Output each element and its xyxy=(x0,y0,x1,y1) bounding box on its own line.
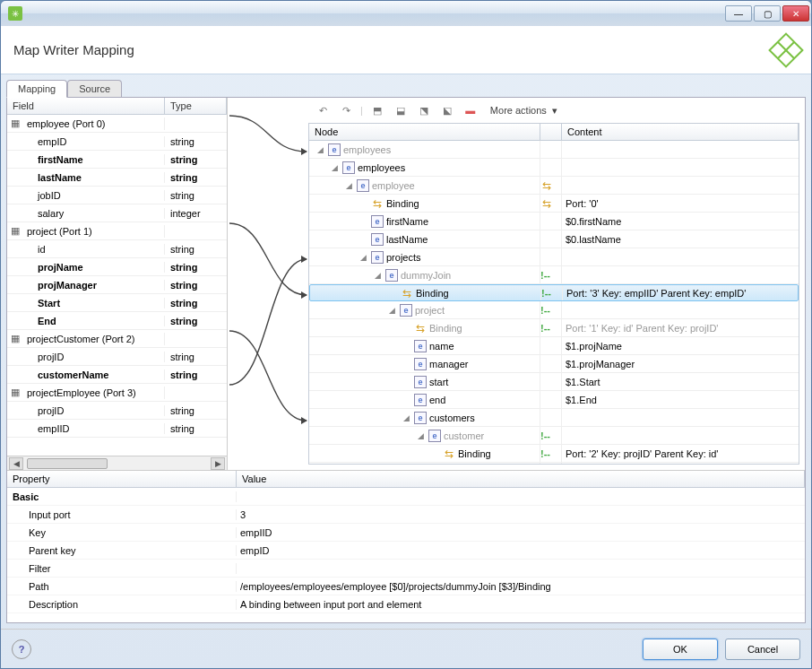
port-row[interactable]: ▦projectCustomer (Port 2) xyxy=(7,330,227,348)
prop-row[interactable]: KeyempIID xyxy=(7,524,805,542)
field-row[interactable]: projNamestring xyxy=(7,258,227,276)
field-row[interactable]: Startstring xyxy=(7,294,227,312)
undo-icon[interactable]: ↶ xyxy=(314,101,332,119)
field-label: salary xyxy=(38,208,64,219)
dialog-header: Map Writer Mapping xyxy=(1,26,811,74)
binding-icon: ⇆ xyxy=(540,197,553,210)
close-button[interactable]: ✕ xyxy=(782,5,809,22)
tree-row[interactable]: eend$1.End xyxy=(309,391,799,409)
prop-row[interactable]: Path/employees/employees/employee [$0]/p… xyxy=(7,578,805,595)
scroll-left-icon[interactable]: ◀ xyxy=(9,457,23,470)
tree-row[interactable]: ⇆Binding!--Port: '2' Key: projID' Parent… xyxy=(309,445,799,463)
prop-label: Path xyxy=(7,581,237,592)
prop-row[interactable]: Input port3 xyxy=(7,506,805,524)
field-row[interactable]: Endstring xyxy=(7,312,227,330)
tree-twisty-icon[interactable]: ◢ xyxy=(401,413,411,422)
add-child-icon[interactable]: ⬒ xyxy=(368,101,386,119)
tree-row[interactable]: ename$1.projName xyxy=(309,337,799,355)
field-type: string xyxy=(165,172,198,183)
field-row[interactable]: firstNamestring xyxy=(7,151,227,169)
tree-twisty-icon[interactable]: ◢ xyxy=(358,253,368,262)
tree-twisty-icon[interactable]: ◢ xyxy=(415,431,426,440)
titlebar[interactable]: ✳ — ▢ ✕ xyxy=(1,1,811,26)
minimize-button[interactable]: — xyxy=(725,5,752,22)
field-label: projID xyxy=(38,352,64,362)
field-row[interactable]: projManagerstring xyxy=(7,276,227,294)
prop-row[interactable]: Parent keyempID xyxy=(7,542,805,560)
col-type[interactable]: Type xyxy=(165,98,227,114)
cancel-button[interactable]: Cancel xyxy=(725,639,800,660)
field-row[interactable]: projIDstring xyxy=(7,348,227,366)
element-icon: e xyxy=(328,143,341,156)
tree-row[interactable]: Text node$2.customerName xyxy=(309,463,799,464)
scroll-right-icon[interactable]: ▶ xyxy=(211,457,225,470)
tab-source[interactable]: Source xyxy=(67,80,122,98)
col-node[interactable]: Node xyxy=(309,124,540,140)
field-row[interactable]: projIDstring xyxy=(7,402,227,420)
tree-row[interactable]: elastName$0.lastName xyxy=(309,230,799,248)
port-row[interactable]: ▦projectEmployee (Port 3) xyxy=(7,384,227,402)
tree-row[interactable]: ◢eemployees xyxy=(309,141,799,159)
field-label: jobID xyxy=(38,190,61,201)
col-value[interactable]: Value xyxy=(237,471,805,487)
field-row[interactable]: jobIDstring xyxy=(7,187,227,204)
binding-icon: ⇆ xyxy=(414,322,427,334)
tree-row[interactable]: ◢eproject!-- xyxy=(309,301,799,319)
tree-twisty-icon[interactable]: ◢ xyxy=(386,306,397,315)
tree-twisty-icon[interactable]: ◢ xyxy=(372,271,383,280)
help-icon[interactable]: ? xyxy=(12,639,31,659)
col-field[interactable]: Field xyxy=(7,98,165,114)
field-label: projName xyxy=(38,262,83,273)
tree-row[interactable]: estart$1.Start xyxy=(309,373,799,391)
redo-icon[interactable]: ↷ xyxy=(337,101,355,119)
tree-row[interactable]: efirstName$0.firstName xyxy=(309,213,799,230)
ok-button[interactable]: OK xyxy=(643,639,718,660)
field-type: string xyxy=(165,405,194,416)
maximize-button[interactable]: ▢ xyxy=(754,5,781,22)
tree-twisty-icon[interactable]: ◢ xyxy=(343,181,354,190)
properties-pane: Property Value Basic Input port3KeyempII… xyxy=(7,470,805,622)
tree-row[interactable]: ◢edummyJoin!-- xyxy=(309,266,799,284)
tab-mapping[interactable]: Mapping xyxy=(6,80,67,98)
dialog-window: ✳ — ▢ ✕ Map Writer Mapping Mapping Sourc… xyxy=(0,0,812,669)
col-content[interactable]: Content xyxy=(562,124,799,140)
node-content: $1.projName xyxy=(562,341,799,352)
field-row[interactable]: salaryinteger xyxy=(7,204,227,222)
field-row[interactable]: empIIDstring xyxy=(7,420,227,438)
port-row[interactable]: ▦employee (Port 0) xyxy=(7,115,227,133)
tree-row[interactable]: emanager$1.projManager xyxy=(309,355,799,373)
node-label: Binding xyxy=(458,448,491,459)
tree-row[interactable]: ◢eemployee⇆ xyxy=(309,177,799,195)
element-icon: e xyxy=(371,251,384,264)
field-type: string xyxy=(165,262,198,273)
add-attr-icon[interactable]: ⬕ xyxy=(438,101,456,119)
field-label: project (Port 1) xyxy=(27,226,92,237)
add-binding-icon[interactable]: ⬔ xyxy=(415,101,433,119)
tree-row[interactable]: ⇆Binding⇆Port: '0' xyxy=(309,195,799,213)
tree-row[interactable]: ◢eprojects xyxy=(309,248,799,266)
h-scrollbar[interactable]: ◀ ▶ xyxy=(7,456,227,470)
add-sibling-icon[interactable]: ⬓ xyxy=(392,101,410,119)
field-row[interactable]: lastNamestring xyxy=(7,169,227,187)
field-row[interactable]: customerNamestring xyxy=(7,366,227,384)
remove-icon[interactable]: ▬ xyxy=(462,101,479,119)
scroll-thumb[interactable] xyxy=(27,458,108,469)
more-actions-menu[interactable]: More actions ▾ xyxy=(485,105,563,117)
tree-twisty-icon[interactable]: ◢ xyxy=(329,163,340,172)
port-row[interactable]: ▦project (Port 1) xyxy=(7,222,227,240)
node-content: $1.End xyxy=(562,395,799,405)
tree-twisty-icon[interactable]: ◢ xyxy=(315,145,325,154)
tree-row[interactable]: ◢eemployees xyxy=(309,159,799,177)
prop-row[interactable]: Filter xyxy=(7,560,805,578)
field-row[interactable]: empIDstring xyxy=(7,133,227,151)
field-label: id xyxy=(38,244,46,255)
tree-row[interactable]: ⇆Binding!--Port: '3' Key: empIID' Parent… xyxy=(309,284,799,301)
col-property[interactable]: Property xyxy=(7,471,237,487)
tree-row[interactable]: ⇆Binding!--Port: '1' Key: id' Parent Key… xyxy=(309,319,799,337)
field-row[interactable]: idstring xyxy=(7,240,227,258)
tree-row[interactable]: ◢ecustomers xyxy=(309,409,799,427)
brand-logo-icon xyxy=(768,32,804,68)
connector-pane xyxy=(228,98,308,470)
prop-row[interactable]: DescriptionA binding between input port … xyxy=(7,595,805,613)
tree-row[interactable]: ◢ecustomer!-- xyxy=(309,427,799,445)
